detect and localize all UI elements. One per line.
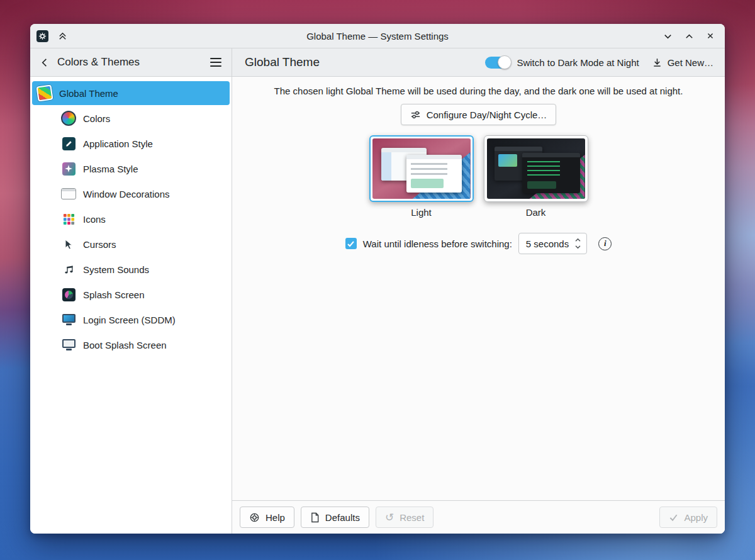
menu-button[interactable]	[205, 52, 226, 73]
sidebar-item-colors[interactable]: Colors	[32, 106, 230, 130]
idle-checkbox-label[interactable]: Wait until idleness before switching:	[363, 238, 512, 249]
sliders-icon	[410, 109, 421, 120]
app-icon[interactable]	[36, 30, 48, 42]
light-theme-preview	[372, 138, 471, 199]
info-icon[interactable]: i	[598, 237, 612, 250]
check-icon	[347, 240, 355, 248]
defaults-button-label: Defaults	[325, 512, 360, 523]
sidebar-header: Colors & Themes	[30, 48, 232, 77]
help-button[interactable]: Help	[240, 507, 294, 528]
dark-theme-card[interactable]	[484, 135, 588, 202]
titlebar[interactable]: Global Theme — System Settings	[30, 24, 725, 48]
idle-checkbox[interactable]	[345, 238, 357, 249]
dark-theme-preview	[487, 138, 585, 199]
keep-above-button[interactable]	[54, 28, 70, 44]
toggle-switch[interactable]	[485, 57, 510, 69]
global-theme-icon	[37, 86, 52, 101]
plasma-style-icon	[61, 161, 76, 176]
help-button-label: Help	[266, 512, 285, 523]
music-note-icon	[64, 264, 74, 275]
sidebar-item-label: Global Theme	[59, 88, 118, 99]
icons-icon	[61, 211, 76, 227]
sidebar-item-label: Boot Splash Screen	[83, 340, 167, 350]
sidebar-item-label: Window Decorations	[83, 189, 170, 199]
close-icon	[705, 31, 715, 41]
defaults-button[interactable]: Defaults	[301, 507, 369, 528]
description-text: The chosen light Global Theme will be us…	[274, 86, 683, 96]
pencil-icon	[62, 137, 76, 150]
splash-swirl-icon	[62, 288, 76, 301]
preview-window-front	[522, 153, 580, 193]
monitor-stand	[66, 349, 72, 350]
back-button[interactable]	[35, 53, 54, 72]
monitor-icon	[62, 339, 76, 350]
footer-toolbar: Help Defaults ↺ Reset Apply	[232, 500, 725, 534]
sidebar-list: Global Theme Colors Application Style	[30, 77, 232, 534]
spin-up-button[interactable]	[574, 238, 581, 243]
sparkle-icon	[62, 162, 76, 176]
preview-terminal-lines	[527, 161, 560, 177]
close-button[interactable]	[702, 28, 719, 44]
system-settings-window: Global Theme — System Settings Colors & …	[30, 24, 725, 534]
monitor-icon	[62, 314, 76, 325]
sidebar-item-label: Cursors	[83, 239, 116, 250]
sidebar-item-application-style[interactable]: Application Style	[32, 132, 230, 155]
sidebar-item-label: Colors	[83, 113, 110, 124]
configure-day-night-button[interactable]: Configure Day/Night Cycle…	[401, 104, 557, 125]
titlebar-left-group	[36, 28, 118, 44]
cursors-icon	[61, 237, 76, 252]
spin-down-button[interactable]	[574, 245, 581, 250]
light-theme-column: Light	[369, 135, 474, 218]
sidebar-item-label: Login Screen (SDDM)	[83, 315, 176, 325]
sidebar-item-cursors[interactable]: Cursors	[32, 232, 230, 256]
icon-grid-art	[63, 213, 75, 225]
light-theme-card[interactable]	[369, 135, 474, 202]
gear-icon	[38, 32, 47, 40]
main-panel: Global Theme Switch to Dark Mode at Nigh…	[232, 48, 725, 534]
sidebar-item-plasma-style[interactable]: Plasma Style	[32, 157, 230, 181]
apply-button[interactable]: Apply	[659, 507, 717, 528]
sidebar-item-label: System Sounds	[83, 264, 149, 275]
splash-screen-icon	[61, 287, 76, 302]
idle-duration-spinbox[interactable]: 5 seconds	[518, 233, 587, 254]
window-titlebar-art	[62, 189, 76, 191]
preview-window-front	[406, 155, 462, 193]
monitor-stand	[66, 323, 72, 325]
document-icon	[310, 512, 320, 523]
preview-highlight-block	[527, 181, 556, 189]
sidebar-item-window-decorations[interactable]: Window Decorations	[32, 182, 230, 206]
sidebar-item-splash-screen[interactable]: Splash Screen	[32, 283, 230, 306]
window-body: Colors & Themes Global Theme Colors	[30, 48, 725, 534]
preview-sidebar-art	[381, 152, 391, 181]
sidebar-item-label: Plasma Style	[83, 164, 138, 174]
minimize-button[interactable]	[659, 28, 676, 44]
sidebar-item-login-screen[interactable]: Login Screen (SDDM)	[32, 308, 230, 332]
double-chevron-up-icon	[58, 31, 67, 41]
hamburger-icon	[210, 62, 221, 63]
maximize-button[interactable]	[681, 28, 697, 44]
login-screen-icon	[61, 312, 76, 327]
color-wheel-icon	[61, 111, 76, 126]
dark-theme-label: Dark	[526, 207, 546, 218]
chevron-up-icon	[684, 31, 695, 42]
sidebar: Colors & Themes Global Theme Colors	[30, 48, 232, 534]
hamburger-icon	[210, 65, 221, 67]
sidebar-item-global-theme[interactable]: Global Theme	[32, 81, 230, 105]
sidebar-item-system-sounds[interactable]: System Sounds	[32, 257, 230, 281]
toggle-knob	[498, 55, 512, 69]
dark-mode-toggle-group[interactable]: Switch to Dark Mode at Night	[485, 57, 639, 69]
hamburger-icon	[210, 58, 221, 59]
check-icon	[669, 513, 678, 522]
sidebar-item-boot-splash[interactable]: Boot Splash Screen	[32, 333, 230, 357]
global-theme-icon-art	[36, 84, 53, 101]
sidebar-item-icons[interactable]: Icons	[32, 207, 230, 231]
dark-theme-column: Dark	[484, 135, 588, 218]
reset-button[interactable]: ↺ Reset	[376, 507, 433, 528]
configure-button-label: Configure Day/Night Cycle…	[427, 109, 547, 120]
preview-thumbnail-art	[498, 154, 517, 167]
get-new-button[interactable]: Get New…	[649, 55, 716, 70]
download-icon	[652, 57, 663, 68]
chevron-left-icon	[40, 57, 50, 68]
sidebar-item-label: Application Style	[83, 138, 153, 149]
window-title: Global Theme — System Settings	[118, 31, 637, 42]
